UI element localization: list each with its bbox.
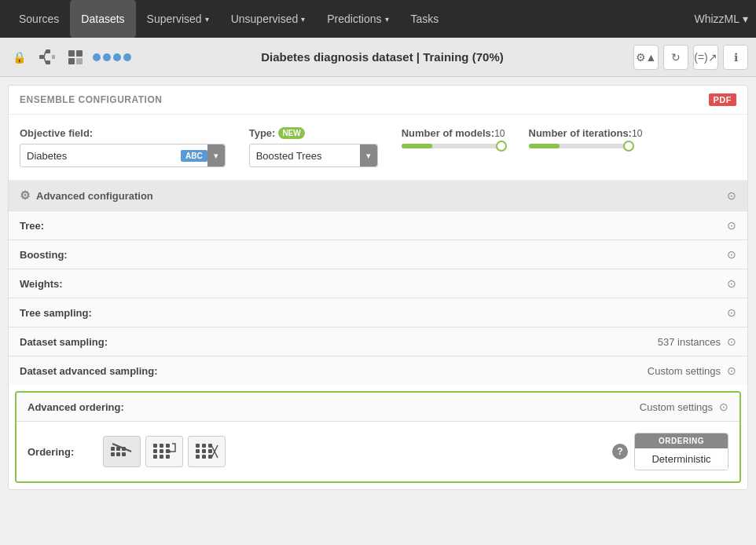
config-row-boosting[interactable]: Boosting: ⊙ [9,240,747,269]
toolbar-actions: ⚙▲ ↻ (=)↗ ℹ [633,45,748,70]
pdf-button[interactable]: PDF [709,93,737,106]
svg-rect-21 [160,449,163,453]
type-select[interactable]: Boosted Trees ▾ [249,144,378,167]
svg-rect-24 [160,455,163,459]
svg-rect-11 [111,452,115,456]
settings-action[interactable]: ⚙▲ [633,45,659,70]
num-iterations-label: Number of iterations: [529,127,632,139]
advanced-chevron-icon: ⊙ [727,189,736,202]
advanced-ordering-label: Advanced ordering: [28,401,124,413]
svg-rect-25 [166,455,170,459]
formula-action[interactable]: (=)↗ [693,45,718,70]
refresh-action[interactable]: ↻ [663,45,688,70]
ordering-row: Ordering: [28,433,728,470]
boosting-chevron: ⊙ [727,248,736,261]
svg-line-4 [44,51,46,57]
section-header: ENSEMBLE CONFIGURATION PDF [9,86,747,115]
svg-rect-28 [202,444,206,448]
ordering-label: Ordering: [28,446,90,458]
num-models-label: Number of models: [402,127,494,139]
num-iterations-value: 10 [632,128,642,139]
advanced-config-header[interactable]: ⚙ Advanced configuration ⊙ [9,181,747,210]
svg-rect-27 [196,444,200,448]
page-title: Diabetes diagnosis dataset | Training (7… [138,50,627,64]
form-area: Objective field: Diabetes ABC ▾ Type: NE… [9,115,747,181]
svg-rect-22 [166,449,170,453]
objective-value: Diabetes [20,146,178,166]
help-icon[interactable]: ? [612,444,628,459]
config-row-weights[interactable]: Weights: ⊙ [9,269,747,298]
config-row-tree-sampling[interactable]: Tree sampling: ⊙ [9,298,747,327]
svg-rect-32 [208,449,212,453]
supervised-caret: ▾ [205,15,209,24]
nav-unsupervised[interactable]: Unsupervised ▾ [220,0,317,38]
whizzml-caret: ▾ [743,13,748,25]
num-models-group: Number of models: 10 [402,127,505,148]
config-row-dataset-sampling[interactable]: Dataset sampling: 537 instances ⊙ [9,327,747,356]
svg-rect-7 [76,50,83,57]
nav-datasets[interactable]: Datasets [70,0,135,38]
svg-rect-8 [68,58,75,64]
svg-rect-30 [196,449,200,453]
nav-predictions[interactable]: Predictions ▾ [316,0,399,38]
type-value: Boosted Trees [250,146,360,166]
advanced-gear-icon: ⚙ [20,188,30,203]
num-models-value: 10 [494,128,505,139]
dataset-advanced-value: Custom settings [648,365,721,377]
num-iterations-slider[interactable] [529,144,631,148]
ordering-linear-btn[interactable] [145,436,183,467]
svg-rect-19 [166,444,170,448]
whizzml-menu[interactable]: WhizzML ▾ [694,13,748,25]
dataset-advanced-chevron: ⊙ [727,364,736,377]
objective-label: Objective field: [20,127,226,139]
ordering-icons [103,436,226,467]
config-row-dataset-advanced[interactable]: Dataset advanced sampling: Custom settin… [9,356,747,385]
svg-rect-23 [153,455,157,459]
info-action[interactable]: ℹ [723,45,748,70]
num-iterations-group: Number of iterations: 10 [529,127,643,148]
svg-rect-10 [111,447,115,451]
type-label: Type: [249,127,276,139]
nav-sources[interactable]: Sources [8,0,70,38]
svg-rect-17 [153,444,157,448]
svg-rect-33 [196,455,200,459]
svg-rect-1 [46,49,50,53]
abc-badge: ABC [181,150,207,162]
svg-rect-20 [153,449,157,453]
nav-tasks[interactable]: Tasks [400,0,450,38]
lock-icon[interactable]: 🔒 [8,46,30,68]
toolbar: 🔒 Diabetes diagnosis dataset | Training … [0,38,756,77]
advanced-config-title: ⚙ Advanced configuration [20,188,153,203]
hierarchy-icon[interactable] [36,46,58,68]
predictions-caret: ▾ [385,15,389,24]
config-row-tree[interactable]: Tree: ⊙ [9,210,747,240]
ordering-right: ? ORDERING Deterministic [612,433,728,470]
ordering-dropdown[interactable]: ORDERING Deterministic [634,433,728,470]
svg-rect-3 [52,55,55,59]
config-rows: Tree: ⊙ Boosting: ⊙ Weights: ⊙ Tree samp… [9,210,747,385]
dataset-sampling-chevron: ⊙ [727,335,736,348]
nav-supervised[interactable]: Supervised ▾ [136,0,220,38]
tree-sampling-chevron: ⊙ [727,306,736,319]
svg-rect-18 [160,444,163,448]
svg-line-16 [112,444,131,452]
svg-rect-2 [46,60,50,64]
ordering-random-btn[interactable] [188,436,226,467]
svg-rect-9 [76,58,83,64]
svg-rect-15 [122,452,126,456]
tree-chevron: ⊙ [727,219,736,232]
svg-rect-34 [202,455,206,459]
type-dropdown-arrow[interactable]: ▾ [360,144,377,166]
new-badge: NEW [278,127,304,139]
objective-select[interactable]: Diabetes ABC ▾ [20,144,226,167]
ordering-sequential-btn[interactable] [103,436,141,467]
ordering-value-btn[interactable]: Deterministic [635,448,728,470]
weights-chevron: ⊙ [727,277,736,290]
unsupervised-caret: ▾ [301,15,305,24]
num-models-slider[interactable] [402,144,504,148]
main-panel: ENSEMBLE CONFIGURATION PDF Objective fie… [8,85,748,490]
grid-icon[interactable] [64,46,86,68]
advanced-ordering-header[interactable]: Advanced ordering: Custom settings ⊙ [17,393,739,422]
ordering-body: Ordering: [17,422,739,481]
objective-dropdown-arrow[interactable]: ▾ [207,144,225,166]
